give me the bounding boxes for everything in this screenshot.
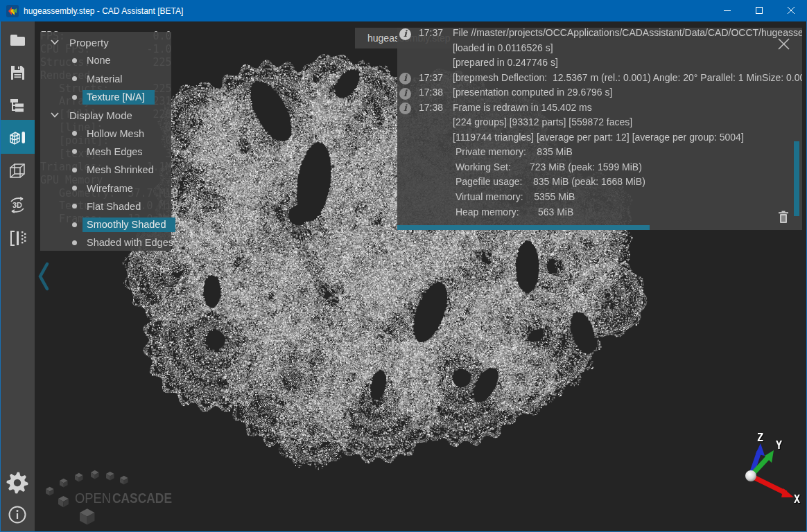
- maximize-button[interactable]: [743, 0, 775, 21]
- clipping-icon: [8, 229, 27, 248]
- bullet-icon: [72, 131, 77, 136]
- log-row: [prepared in 0.247746 s]: [397, 57, 802, 73]
- sidebar-item-open-file[interactable]: [0, 23, 35, 56]
- gear-icon: [6, 472, 28, 494]
- window-title: hugeassembly.step - CAD Assistant [BETA]: [24, 6, 183, 16]
- log-message: [224 groups] [93312 parts] [559872 faces…: [453, 117, 632, 127]
- logo-text-cascade: CASCADE: [112, 490, 172, 506]
- log-message: [brepmesh Deflection: 12.5367 m (rel.: 0…: [453, 73, 802, 83]
- bullet-icon: [72, 95, 77, 100]
- log-timestamp: 17:38: [419, 103, 443, 113]
- bullet-icon: [72, 204, 77, 209]
- context-menu: PropertyNoneMaterialTexture [N/A]Display…: [40, 32, 171, 251]
- sidebar: 3D: [0, 21, 35, 531]
- sidebar-item-view-cube[interactable]: [0, 154, 35, 188]
- sidebar-item-tree[interactable]: [0, 89, 35, 122]
- bullet-icon: [72, 186, 77, 190]
- log-row: [1119744 triangles] [average per part: 1…: [397, 132, 802, 148]
- log-message: Frame is redrawn in 145.402 ms: [453, 103, 592, 113]
- display-params-icon: [8, 127, 27, 147]
- menu-item-none[interactable]: None: [40, 51, 171, 69]
- sidebar-item-clipping[interactable]: [0, 222, 35, 255]
- axis-label-z: Z: [757, 432, 763, 444]
- menu-item-hollow-mesh[interactable]: Hollow Mesh: [40, 124, 171, 142]
- log-message: [prepared in 0.247746 s]: [453, 57, 558, 68]
- log-timestamp: 17:38: [419, 87, 443, 98]
- menu-item-wireframe[interactable]: Wireframe: [40, 179, 171, 197]
- log-message: [presentation computed in 29.6796 s]: [453, 87, 612, 98]
- menu-item-material[interactable]: Material: [40, 70, 171, 88]
- menu-item-flat-shaded[interactable]: Flat Shaded: [40, 197, 171, 215]
- menu-item-mesh-shrinked[interactable]: Mesh Shrinked: [40, 161, 171, 179]
- log-row: i17:37File //master/projects/OCCApplicat…: [397, 28, 802, 43]
- bullet-icon: [72, 168, 77, 172]
- titlebar: hugeassembly.step - CAD Assistant [BETA]: [0, 0, 807, 21]
- bullet-icon: [72, 222, 77, 227]
- bullet-icon: [72, 149, 77, 154]
- log-message: [loaded in 0.0116526 s]: [453, 43, 553, 53]
- save-icon: [8, 64, 26, 82]
- app-logo-icon: [6, 5, 19, 17]
- info-icon: [8, 505, 27, 524]
- chevron-down-icon: [51, 112, 59, 118]
- cube-icon: [8, 161, 27, 181]
- logo-text-open: OPEN: [75, 490, 111, 506]
- axis-triad: Z Y X: [721, 416, 807, 532]
- tree-icon: [8, 96, 26, 114]
- close-button[interactable]: [775, 0, 807, 21]
- log-hscrollbar[interactable]: [397, 225, 650, 230]
- panel-collapse-handle[interactable]: [36, 259, 51, 294]
- axis-x: [751, 476, 794, 497]
- bullet-icon: [72, 76, 77, 81]
- info-circle-icon: i: [399, 28, 411, 40]
- chevron-down-icon: [51, 39, 59, 45]
- log-row: [loaded in 0.0116526 s]: [397, 43, 802, 58]
- log-row: i17:37[brepmesh Deflection: 12.5367 m (r…: [397, 73, 802, 88]
- log-timestamp: 17:37: [419, 28, 443, 38]
- bullet-icon: [72, 240, 77, 245]
- log-message: Private memory: 835 MiB: [453, 147, 573, 157]
- log-row: Private memory: 835 MiB: [397, 147, 802, 162]
- svg-text:3D: 3D: [12, 201, 22, 209]
- trash-icon[interactable]: [778, 211, 789, 224]
- info-circle-icon: i: [399, 103, 411, 114]
- bullet-icon: [72, 58, 77, 63]
- sidebar-item-display-params[interactable]: [0, 120, 35, 154]
- menu-item-smoothly-shaded[interactable]: Smoothly Shaded: [40, 215, 171, 233]
- log-row: Virtual memory: 5355 MiB: [397, 192, 802, 207]
- log-message: Working Set: 723 MiB (peak: 1599 MiB): [453, 162, 642, 172]
- log-message: Heap memory: 563 MiB: [453, 207, 573, 218]
- log-row: Working Set: 723 MiB (peak: 1599 MiB): [397, 162, 802, 177]
- close-log-icon[interactable]: [778, 38, 790, 50]
- menu-item-texture-n-a-[interactable]: Texture [N/A]: [40, 88, 171, 106]
- log-row: i17:38[presentation computed in 29.6796 …: [397, 87, 802, 103]
- menu-section-property[interactable]: Property: [40, 33, 171, 51]
- log-row: [224 groups] [93312 parts] [559872 faces…: [397, 117, 802, 132]
- log-timestamp: 17:37: [419, 73, 443, 83]
- log-message: [1119744 triangles] [average per part: 1…: [453, 132, 744, 143]
- log-row: i17:38Frame is redrawn in 145.402 ms: [397, 103, 802, 118]
- sidebar-item-rotate-3d[interactable]: 3D: [0, 188, 35, 222]
- log-message: Pagefile usage: 835 MiB (peak: 1668 MiB): [453, 177, 645, 187]
- log-message: File //master/projects/OCCApplications/C…: [453, 28, 802, 38]
- menu-section-display-mode[interactable]: Display Mode: [40, 106, 171, 124]
- info-circle-icon: i: [399, 73, 411, 85]
- message-log-panel: i17:37File //master/projects/OCCApplicat…: [397, 28, 802, 230]
- axis-label-y: Y: [776, 439, 782, 452]
- menu-item-shaded-with-edges[interactable]: Shaded with Edges: [40, 233, 171, 251]
- opencascade-logo: OPEN CASCADE: [38, 457, 198, 531]
- rotate-3d-icon: 3D: [7, 195, 28, 215]
- log-message: Virtual memory: 5355 MiB: [453, 192, 575, 202]
- sidebar-item-settings[interactable]: [0, 466, 35, 499]
- axis-label-x: X: [794, 493, 800, 506]
- menu-item-mesh-edges[interactable]: Mesh Edges: [40, 143, 171, 161]
- folder-icon: [8, 30, 26, 48]
- log-row: Heap memory: 563 MiB: [397, 207, 802, 222]
- sidebar-item-about[interactable]: [0, 498, 35, 531]
- log-row: Pagefile usage: 835 MiB (peak: 1668 MiB): [397, 177, 802, 192]
- log-vscrollbar[interactable]: [794, 141, 799, 216]
- minimize-button[interactable]: [711, 0, 743, 21]
- info-circle-icon: i: [399, 88, 411, 100]
- sidebar-item-save[interactable]: [0, 56, 35, 89]
